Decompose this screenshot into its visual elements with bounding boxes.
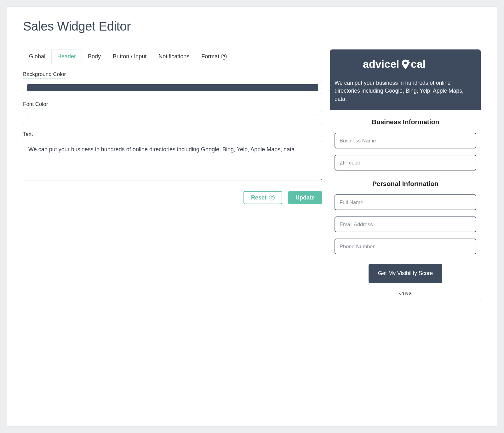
tab-label: Format (201, 53, 219, 60)
tab-label: Global (29, 53, 45, 60)
page-title: Sales Widget Editor (23, 19, 481, 33)
zip-input[interactable] (335, 155, 476, 170)
bg-color-swatch (27, 84, 318, 91)
button-label: Update (295, 195, 315, 200)
email-input[interactable] (335, 216, 476, 232)
phone-input[interactable] (335, 239, 476, 254)
business-section-title: Business Information (335, 118, 476, 126)
svg-text:cal: cal (411, 58, 426, 70)
actions-row: Reset ? Update (23, 191, 322, 204)
help-icon: ? (221, 54, 227, 60)
tab-notifications[interactable]: Notifications (152, 49, 195, 64)
advicelocal-logo-icon: advicel cal (363, 58, 448, 72)
layout: Global Header Body Button / Input Notifi… (23, 49, 481, 302)
tabs: Global Header Body Button / Input Notifi… (23, 49, 322, 64)
brand-logo: advicel cal (335, 58, 476, 73)
business-name-input[interactable] (335, 133, 476, 148)
tab-label: Button / Input (113, 53, 146, 60)
editor-card: Sales Widget Editor Global Header Body B… (7, 6, 497, 427)
reset-button[interactable]: Reset ? (243, 191, 282, 204)
personal-section-title: Personal Information (335, 180, 476, 188)
help-icon: ? (269, 195, 275, 200)
widget-header-text: We can put your business in hundreds of … (335, 79, 476, 103)
svg-text:advicel: advicel (363, 58, 399, 70)
widget-preview: advicel cal We can put your business in … (330, 49, 481, 302)
field-label: Font Color (23, 101, 48, 108)
preview-column: advicel cal We can put your business in … (330, 49, 481, 302)
update-button[interactable]: Update (288, 191, 322, 204)
tab-label: Notifications (158, 53, 189, 60)
field-label: Text (23, 131, 33, 138)
get-score-button[interactable]: Get My Visibility Score (369, 264, 443, 283)
field-font-color: Font Color (23, 101, 322, 124)
full-name-input[interactable] (335, 194, 476, 210)
button-label: Reset (251, 195, 266, 200)
font-color-input[interactable] (23, 111, 322, 124)
tab-global[interactable]: Global (23, 49, 51, 64)
tab-header[interactable]: Header (51, 49, 82, 64)
editor-column: Global Header Body Button / Input Notifi… (23, 49, 322, 204)
svg-point-1 (404, 62, 407, 64)
tab-label: Header (57, 53, 76, 60)
field-background-color: Background Color (23, 71, 322, 94)
tab-button-input[interactable]: Button / Input (107, 49, 152, 64)
tab-label: Body (88, 53, 101, 60)
bg-color-input[interactable] (23, 81, 322, 94)
tab-format[interactable]: Format ? (195, 49, 233, 64)
widget-version: v0.5.8 (335, 291, 476, 296)
svg-point-2 (408, 60, 409, 61)
field-label: Background Color (23, 71, 66, 78)
svg-point-3 (409, 62, 410, 63)
tab-body[interactable]: Body (82, 49, 107, 64)
font-color-swatch (27, 114, 318, 121)
text-textarea[interactable] (23, 141, 322, 181)
widget-body: Business Information Personal Informatio… (330, 110, 481, 302)
widget-header: advicel cal We can put your business in … (330, 49, 481, 110)
field-text: Text (23, 131, 322, 182)
